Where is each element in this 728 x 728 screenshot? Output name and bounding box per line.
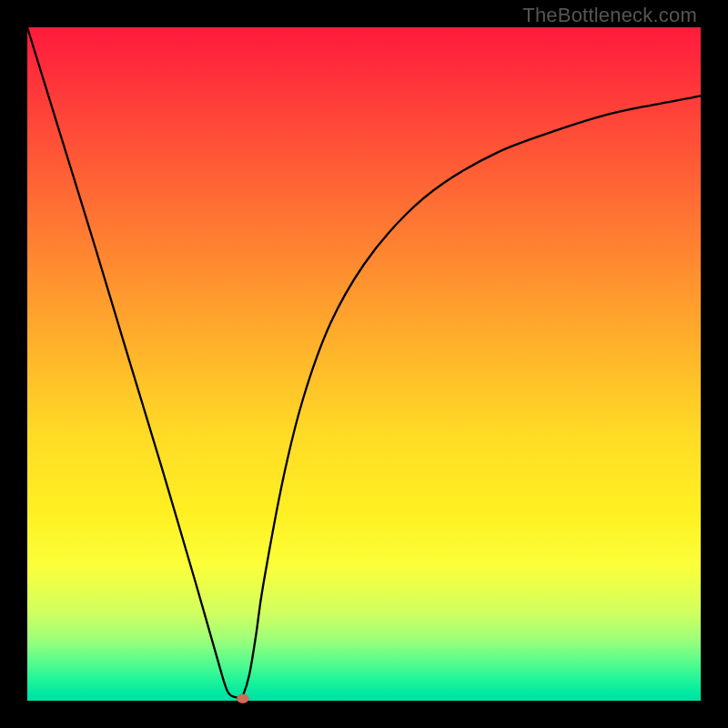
minimum-marker	[237, 694, 248, 703]
curve-svg	[27, 27, 701, 701]
plot-area	[27, 27, 701, 701]
bottleneck-curve	[27, 27, 701, 699]
chart-frame: TheBottleneck.com	[0, 0, 728, 728]
watermark-text: TheBottleneck.com	[522, 4, 697, 27]
